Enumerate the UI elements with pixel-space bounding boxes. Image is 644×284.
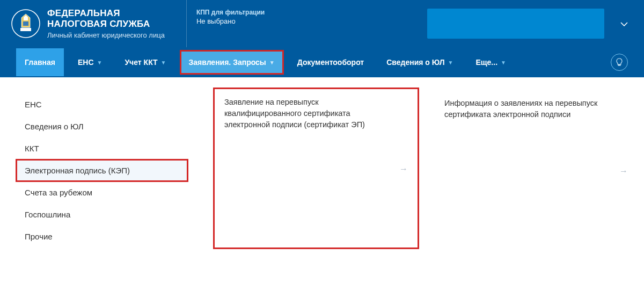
main-area: Заявление на перевыпуск квалифицированно… <box>215 93 628 247</box>
caret-down-icon: ▼ <box>161 60 166 65</box>
kpp-filter-block[interactable]: КПП для фильтрации Не выбрано <box>186 0 274 47</box>
card-info-text: Информация о заявлениях на перевыпуск се… <box>444 98 613 120</box>
nav-kkt[interactable]: Учет ККТ ▼ <box>116 48 174 76</box>
nav-home-label: Главная <box>25 58 55 67</box>
card-reissue-text: Заявление на перевыпуск квалифицированно… <box>224 97 393 130</box>
svg-rect-1 <box>23 21 28 26</box>
user-info-block[interactable] <box>427 9 604 39</box>
sidebar-item-kkt[interactable]: ККТ <box>16 137 188 159</box>
sidebar-item-entity-info[interactable]: Сведения о ЮЛ <box>16 115 188 137</box>
content-area: ЕНС Сведения о ЮЛ ККТ Электронная подпис… <box>0 77 644 269</box>
nav-entity-info-label: Сведения о ЮЛ <box>386 58 444 67</box>
fns-logo-icon <box>11 9 41 39</box>
caret-down-icon: ▼ <box>448 60 453 65</box>
nav-kkt-label: Учет ККТ <box>125 58 157 67</box>
nav-docflow-label: Документооборот <box>297 58 364 67</box>
main-nav: Главная ЕНС ▼ Учет ККТ ▼ Заявления. Запр… <box>0 47 644 77</box>
nav-more[interactable]: Еще... ▼ <box>467 48 515 76</box>
card-requests-info[interactable]: Информация о заявлениях на перевыпуск се… <box>444 93 628 247</box>
nav-more-label: Еще... <box>475 58 497 67</box>
sidebar-item-other[interactable]: Прочие <box>16 225 188 247</box>
caret-down-icon: ▼ <box>97 60 103 65</box>
nav-ens-label: ЕНС <box>78 58 94 67</box>
sidebar-item-esignature[interactable]: Электронная подпись (КЭП) <box>16 159 188 181</box>
nav-entity-info[interactable]: Сведения о ЮЛ ▼ <box>378 48 462 76</box>
header-title-line1: ФЕДЕРАЛЬНАЯ <box>47 8 165 19</box>
header-right <box>427 0 628 47</box>
chevron-down-icon[interactable] <box>620 19 628 28</box>
nav-home[interactable]: Главная <box>16 48 64 76</box>
header-subtitle: Личный кабинет юридического лица <box>47 31 165 39</box>
kpp-label: КПП для фильтрации <box>196 9 265 16</box>
arrow-right-icon: → <box>399 164 408 174</box>
nav-docflow[interactable]: Документооборот <box>289 48 373 76</box>
nav-ens[interactable]: ЕНС ▼ <box>69 48 111 76</box>
sidebar-item-state-duty[interactable]: Госпошлина <box>16 203 188 225</box>
kpp-value: Не выбрано <box>196 17 265 25</box>
nav-requests-label: Заявления. Запросы <box>189 58 266 67</box>
header-title-block: ФЕДЕРАЛЬНАЯ НАЛОГОВАЯ СЛУЖБА Личный каби… <box>47 8 165 39</box>
nav-requests[interactable]: Заявления. Запросы ▼ <box>180 50 283 74</box>
caret-down-icon: ▼ <box>269 60 275 65</box>
caret-down-icon: ▼ <box>501 60 506 65</box>
lightbulb-icon[interactable] <box>611 54 628 71</box>
header-left: ФЕДЕРАЛЬНАЯ НАЛОГОВАЯ СЛУЖБА Личный каби… <box>11 0 165 47</box>
arrow-right-icon: → <box>619 166 628 176</box>
sidebar-item-ens[interactable]: ЕНС <box>16 93 188 115</box>
card-reissue-request[interactable]: Заявление на перевыпуск квалифицированно… <box>215 89 418 247</box>
sidebar-item-foreign-accounts[interactable]: Счета за рубежом <box>16 181 188 203</box>
header-title-line2: НАЛОГОВАЯ СЛУЖБА <box>47 19 165 30</box>
sidebar: ЕНС Сведения о ЮЛ ККТ Электронная подпис… <box>16 93 188 247</box>
header: ФЕДЕРАЛЬНАЯ НАЛОГОВАЯ СЛУЖБА Личный каби… <box>0 0 644 47</box>
